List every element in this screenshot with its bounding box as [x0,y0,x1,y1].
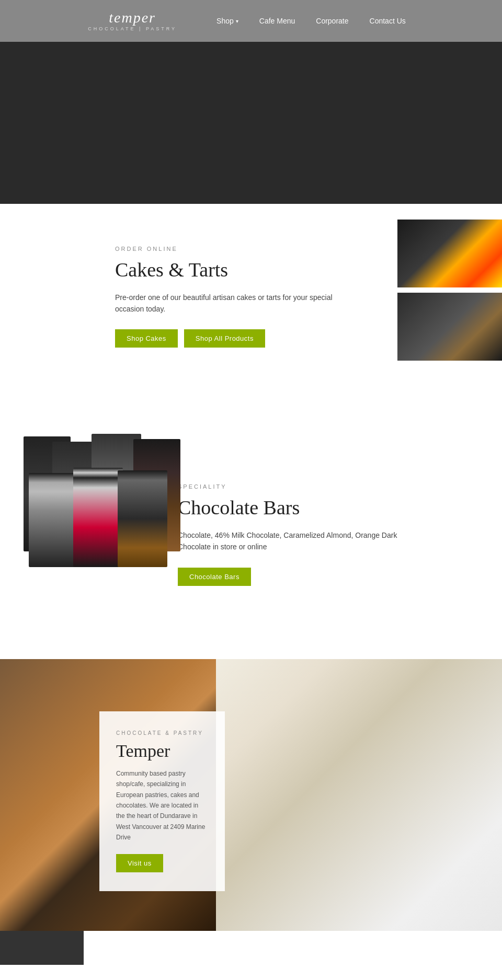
chocolate-bars-section: SPECIALITY Chocolate Bars Chocolate, 46%… [0,421,502,627]
cakes-title: Cakes & Tarts [115,258,356,282]
nav-shop[interactable]: Shop ▾ [208,13,247,29]
cakes-images [397,220,502,361]
nav-corporate[interactable]: Corporate [307,13,357,29]
logo-text: temper [109,10,156,25]
choc-buttons: Chocolate Bars [178,568,418,586]
cakes-section: ORDER ONLINE Cakes & Tarts Pre-order one… [0,204,502,389]
footer-area [0,931,502,965]
store-description: Community based pastry shop/cafe, specia… [116,768,208,843]
store-label: CHOCOLATE & PASTRY [116,730,208,736]
choc-bar-img-7 [118,470,167,567]
hero-banner [0,42,502,204]
nav-cafe-menu[interactable]: Cafe Menu [251,13,303,29]
chocolate-bars-images [0,431,199,578]
shop-all-products-button[interactable]: Shop All Products [184,329,265,348]
store-section: CHOCOLATE & PASTRY Temper Community base… [0,659,502,931]
store-background [0,659,502,931]
cake-image-1 [397,220,502,287]
cakes-buttons: Shop Cakes Shop All Products [115,329,356,348]
main-nav: Shop ▾ Cafe Menu Corporate Contact Us [208,13,414,29]
cake-image-2 [397,293,502,361]
cakes-description: Pre-order one of our beautiful artisan c… [115,292,356,315]
choc-description: Chocolate, 46% Milk Chocolate, Carameliz… [178,529,418,553]
shop-cakes-button[interactable]: Shop Cakes [115,329,178,348]
visit-us-button[interactable]: Visit us [116,854,163,872]
site-header: temper CHOCOLATE | PASTRY Shop ▾ Cafe Me… [0,0,502,42]
logo[interactable]: temper CHOCOLATE | PASTRY [88,10,177,31]
choc-title: Chocolate Bars [178,496,418,520]
store-right-image [216,659,502,931]
store-card: CHOCOLATE & PASTRY Temper Community base… [99,711,225,892]
cakes-label: ORDER ONLINE [115,246,356,252]
logo-sub: CHOCOLATE | PASTRY [88,26,177,31]
nav-contact-us[interactable]: Contact Us [361,13,414,29]
store-title: Temper [116,741,208,761]
choc-bar-img-6 [73,468,123,567]
choc-label: SPECIALITY [178,483,418,490]
chevron-down-icon: ▾ [236,18,238,24]
footer-dark-block [0,931,84,965]
